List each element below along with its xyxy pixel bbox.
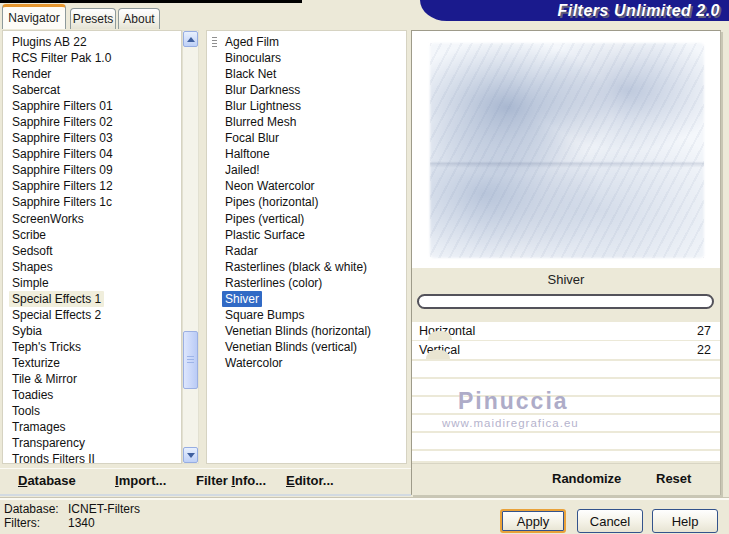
progress-bar [417,294,714,309]
list-item[interactable]: Teph's Tricks [3,339,181,355]
list-item[interactable]: Plastic Surface [207,227,406,243]
toolbar-editor-button[interactable]: Editor... [286,473,334,488]
list-item[interactable]: Texturize [3,355,181,371]
status-row: Filters:1340 [4,516,140,530]
list-item[interactable]: Halftone [207,146,406,162]
list-item[interactable]: Focal Blur [207,130,406,146]
list-item[interactable]: Binoculars [207,50,406,66]
list-item[interactable]: Sybia [3,323,181,339]
list-item[interactable]: Rasterlines (black & white) [207,259,406,275]
list-item[interactable]: Blur Lightness [207,98,406,114]
scroll-up-button[interactable] [183,31,198,47]
list-item[interactable]: Sedsoft [3,243,181,259]
list-item[interactable]: Sapphire Filters 12 [3,178,181,194]
status-value: ICNET-Filters [68,502,140,516]
tab-presets[interactable]: Presets [70,8,116,29]
preview-panel: Shiver Horizontal27Vertical22 Pinuccia w… [411,30,721,495]
list-item[interactable]: Sapphire Filters 04 [3,146,181,162]
list-item-label: Blur Lightness [222,98,304,114]
toolbar-import-button[interactable]: Import... [115,473,166,488]
tab-navigator[interactable]: Navigator [2,4,66,29]
list-item-label: Sedsoft [9,243,56,259]
list-item[interactable]: Black Net [207,66,406,82]
list-item-label: Sybia [9,323,45,339]
list-item[interactable]: Neon Watercolor [207,178,406,194]
list-item[interactable]: RCS Filter Pak 1.0 [3,50,181,66]
list-item[interactable]: Watercolor [207,355,406,371]
list-item-label: Neon Watercolor [222,178,318,194]
list-item[interactable]: Venetian Blinds (horizontal) [207,323,406,339]
list-item-label: Pipes (vertical) [222,211,307,227]
empty-parameter-row [412,361,720,377]
preview-texture-overlay [430,43,704,258]
list-item[interactable]: Tile & Mirror [3,371,181,387]
toolbar-database-button[interactable]: Database [18,473,76,488]
list-item-label: Tile & Mirror [9,371,80,387]
list-item-label: Sapphire Filters 12 [9,178,116,194]
list-item[interactable]: Radar [207,243,406,259]
list-item[interactable]: ScreenWorks [3,211,181,227]
list-item[interactable]: Render [3,66,181,82]
cancel-button[interactable]: Cancel [577,509,643,533]
list-item[interactable]: Sapphire Filters 03 [3,130,181,146]
status-label: Filters: [4,516,68,530]
list-item-label: Focal Blur [222,130,282,146]
list-item[interactable]: Pipes (horizontal) [207,194,406,210]
list-item[interactable]: Rasterlines (color) [207,275,406,291]
list-item-label: Black Net [222,66,279,82]
list-item[interactable]: Square Bumps [207,307,406,323]
filter-list: Aged FilmBinocularsBlack NetBlur Darknes… [206,30,407,464]
watermark-name: Pinuccia [458,388,569,415]
filter-name-label: Shiver [548,272,585,287]
list-item[interactable]: Sapphire Filters 01 [3,98,181,114]
toolbar-filter-info-button[interactable]: Filter Info... [196,473,266,488]
slider-thumb[interactable] [426,350,450,359]
randomize-button[interactable]: Randomize [552,471,621,486]
reset-button[interactable]: Reset [656,471,691,486]
status-value: 1340 [68,516,140,530]
list-item[interactable]: Sabercat [3,82,181,98]
slider-thumb[interactable] [428,331,452,340]
list-item[interactable]: Plugins AB 22 [3,34,181,50]
list-item[interactable]: Blurred Mesh [207,114,406,130]
divider [0,497,729,500]
list-item[interactable]: Special Effects 2 [3,307,181,323]
database-toolbar: DatabaseImport...Filter Info...Editor... [0,468,411,494]
list-item-label: Tools [9,403,43,419]
param-row-vertical[interactable]: Vertical22 [412,341,720,359]
list-item-label: Rasterlines (color) [222,275,325,291]
list-item[interactable]: Transparency [3,435,181,451]
list-item-label: Sapphire Filters 1c [9,194,115,210]
scrollbar-thumb[interactable] [183,331,198,389]
list-item[interactable]: Sapphire Filters 09 [3,162,181,178]
status-area: Database:ICNET-FiltersFilters:1340 [4,502,140,530]
list-item-label: Sapphire Filters 03 [9,130,116,146]
help-button[interactable]: Help [652,509,718,533]
list-item[interactable]: Tramages [3,419,181,435]
empty-parameter-row [412,451,720,461]
list-item-label: Watercolor [222,355,286,371]
apply-button[interactable]: Apply [500,509,566,533]
param-row-horizontal[interactable]: Horizontal27 [412,322,720,340]
list-item[interactable]: Blur Darkness [207,82,406,98]
list-item[interactable]: Sapphire Filters 1c [3,194,181,210]
scroll-down-icon [187,453,195,458]
list-item[interactable]: Shapes [3,259,181,275]
scroll-up-icon [187,37,195,42]
category-list-scrollbar[interactable] [182,30,199,464]
tab-about[interactable]: About [118,8,160,29]
list-item[interactable]: Scribe [3,227,181,243]
list-item[interactable]: Aged Film [207,34,406,50]
list-item[interactable]: Jailed! [207,162,406,178]
list-item[interactable]: Shiver [207,291,406,307]
list-item[interactable]: Venetian Blinds (vertical) [207,339,406,355]
list-item-label: Venetian Blinds (vertical) [222,339,360,355]
list-item[interactable]: Tronds Filters II [3,451,181,464]
list-item[interactable]: Special Effects 1 [3,291,181,307]
list-item[interactable]: Tools [3,403,181,419]
list-item[interactable]: Pipes (vertical) [207,211,406,227]
list-item[interactable]: Toadies [3,387,181,403]
list-item[interactable]: Simple [3,275,181,291]
scroll-down-button[interactable] [183,447,198,463]
list-item[interactable]: Sapphire Filters 02 [3,114,181,130]
